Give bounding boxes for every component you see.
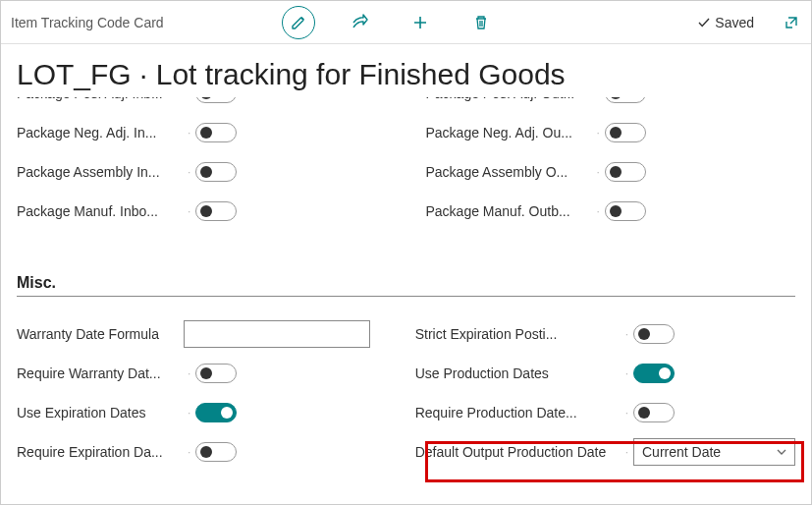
- require-production-date-label: Require Production Date...: [415, 405, 622, 421]
- dropdown-value: Current Date: [642, 444, 721, 460]
- package-neg-adj-inbound-row: Package Neg. Adj. In...·: [17, 113, 387, 152]
- package-pos-adj-inbound-toggle[interactable]: [195, 97, 237, 103]
- require-production-date-row: Require Production Date...·: [415, 393, 795, 432]
- package-manuf-inbound-label: Package Manuf. Inbo...: [17, 203, 184, 219]
- toggle-knob: [638, 407, 650, 419]
- package-assembly-outbound-row: Package Assembly O...·: [426, 152, 796, 192]
- action-bar: [282, 6, 498, 39]
- page-title: LOT_FG · Lot tracking for Finished Goods: [1, 44, 811, 97]
- upper-right-column: Package Pos. Adj. Out...·Package Neg. Ad…: [426, 97, 796, 231]
- toggle-knob: [638, 328, 650, 340]
- use-expiration-dates-label: Use Expiration Dates: [17, 405, 184, 421]
- use-expiration-dates-toggle[interactable]: [195, 403, 237, 422]
- toggle-knob: [200, 446, 212, 458]
- toggle-knob: [659, 367, 671, 379]
- upper-left-column: Package Pos. Adj. Inb...·Package Neg. Ad…: [17, 97, 387, 231]
- package-pos-adj-inbound-label: Package Pos. Adj. Inb...: [17, 97, 184, 101]
- require-warranty-date-toggle[interactable]: [195, 364, 237, 383]
- package-manuf-inbound-toggle[interactable]: [195, 201, 237, 221]
- use-production-dates-toggle[interactable]: [633, 364, 675, 383]
- popout-button[interactable]: [782, 13, 801, 32]
- require-expiration-date-toggle[interactable]: [195, 442, 237, 462]
- field-dots: ·: [593, 204, 605, 218]
- field-dots: ·: [184, 366, 195, 380]
- require-production-date-toggle[interactable]: [633, 403, 675, 422]
- field-dots: ·: [184, 445, 195, 459]
- delete-button[interactable]: [464, 6, 498, 39]
- field-dots: ·: [184, 97, 195, 100]
- toggle-knob: [221, 407, 233, 419]
- package-manuf-outbound-row: Package Manuf. Outb...·: [426, 192, 796, 231]
- require-warranty-date-label: Require Warranty Dat...: [17, 365, 184, 381]
- toggle-knob: [610, 97, 622, 99]
- popout-icon: [784, 15, 799, 30]
- package-neg-adj-outbound-label: Package Neg. Adj. Ou...: [426, 125, 593, 140]
- package-assembly-inbound-label: Package Assembly In...: [17, 164, 184, 180]
- field-dots: ·: [593, 165, 605, 179]
- edit-button[interactable]: [282, 6, 315, 39]
- toggle-knob: [200, 97, 212, 99]
- field-dots: ·: [622, 366, 633, 380]
- package-pos-adj-outbound-row: Package Pos. Adj. Out...·: [426, 97, 796, 113]
- field-dots: ·: [184, 406, 195, 420]
- package-manuf-inbound-row: Package Manuf. Inbo...·: [17, 192, 387, 231]
- field-dots: ·: [184, 126, 195, 140]
- package-assembly-outbound-toggle[interactable]: [605, 162, 646, 182]
- check-icon: [697, 16, 711, 29]
- use-expiration-dates-row: Use Expiration Dates·: [17, 393, 376, 432]
- warranty-date-formula-input[interactable]: [184, 320, 370, 348]
- package-neg-adj-outbound-row: Package Neg. Adj. Ou...·: [426, 113, 796, 152]
- misc-right-column: Strict Expiration Posti...·Use Productio…: [415, 314, 795, 472]
- use-production-dates-label: Use Production Dates: [415, 365, 622, 381]
- strict-expiration-posting-label: Strict Expiration Posti...: [415, 326, 622, 342]
- pencil-icon: [291, 15, 306, 30]
- field-dots: ·: [593, 126, 605, 140]
- share-button[interactable]: [343, 6, 376, 39]
- field-dots: ·: [622, 327, 633, 341]
- package-assembly-inbound-toggle[interactable]: [195, 162, 237, 182]
- package-neg-adj-inbound-toggle[interactable]: [195, 123, 237, 142]
- toggle-knob: [610, 127, 622, 139]
- require-expiration-date-label: Require Expiration Da...: [17, 444, 184, 460]
- package-neg-adj-inbound-label: Package Neg. Adj. In...: [17, 125, 184, 140]
- plus-icon: [412, 15, 428, 30]
- package-pos-adj-outbound-toggle[interactable]: [605, 97, 646, 103]
- chevron-down-icon: [775, 445, 788, 459]
- warranty-date-formula-row: Warranty Date Formula: [17, 314, 376, 354]
- new-button[interactable]: [404, 6, 437, 39]
- package-pos-adj-inbound-row: Package Pos. Adj. Inb...·: [17, 97, 387, 113]
- strict-expiration-posting-row: Strict Expiration Posti...·: [415, 314, 795, 354]
- breadcrumb: Item Tracking Code Card: [9, 15, 164, 30]
- package-assembly-inbound-row: Package Assembly In...·: [17, 152, 387, 192]
- trash-icon: [473, 15, 489, 30]
- saved-indicator: Saved: [697, 15, 754, 30]
- use-production-dates-row: Use Production Dates·: [415, 354, 795, 393]
- default-output-production-date-label: Default Output Production Date: [415, 444, 622, 460]
- top-bar: Item Tracking Code Card Saved: [1, 1, 811, 44]
- package-assembly-outbound-label: Package Assembly O...: [426, 164, 593, 180]
- package-neg-adj-outbound-toggle[interactable]: [605, 123, 646, 142]
- toggle-knob: [610, 166, 622, 178]
- section-header-misc[interactable]: Misc.: [17, 274, 795, 297]
- toggle-knob: [200, 367, 212, 379]
- default-output-production-date-dropdown[interactable]: Current Date: [633, 438, 795, 466]
- package-pos-adj-outbound-label: Package Pos. Adj. Out...: [426, 97, 593, 101]
- share-icon: [351, 14, 368, 31]
- require-warranty-date-row: Require Warranty Dat...·: [17, 354, 376, 393]
- strict-expiration-posting-toggle[interactable]: [633, 324, 675, 344]
- toggle-knob: [200, 205, 212, 217]
- field-dots: ·: [593, 97, 605, 100]
- saved-label: Saved: [715, 15, 754, 30]
- package-manuf-outbound-label: Package Manuf. Outb...: [426, 203, 593, 219]
- misc-left-column: Warranty Date Formula Require Warranty D…: [17, 314, 376, 472]
- package-manuf-outbound-toggle[interactable]: [605, 201, 646, 221]
- warranty-date-formula-label: Warranty Date Formula: [17, 326, 184, 342]
- field-dots: ·: [622, 445, 633, 459]
- field-dots: ·: [184, 204, 195, 218]
- toggle-knob: [610, 205, 622, 217]
- default-output-production-date-row: Default Output Production Date · Current…: [415, 432, 795, 472]
- field-dots: ·: [622, 406, 633, 420]
- field-dots: ·: [184, 165, 195, 179]
- require-expiration-date-row: Require Expiration Da...·: [17, 432, 376, 472]
- toggle-knob: [200, 127, 212, 139]
